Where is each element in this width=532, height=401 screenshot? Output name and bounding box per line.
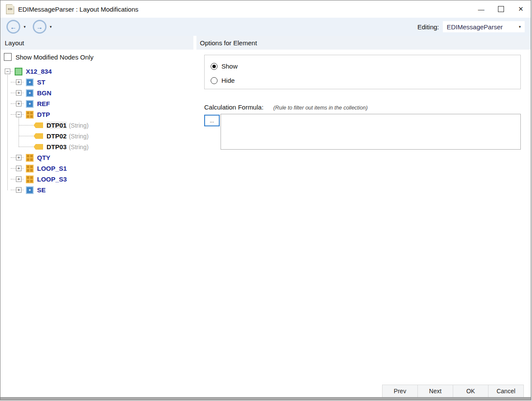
tree-node-se[interactable]: +✦SE bbox=[4, 185, 196, 195]
tree-dotted-connector bbox=[11, 93, 16, 93]
field-node-icon bbox=[34, 133, 43, 139]
maximize-button[interactable] bbox=[491, 0, 511, 18]
expand-icon[interactable]: + bbox=[16, 166, 22, 171]
radio-option-hide[interactable]: Hide bbox=[211, 73, 520, 88]
collapse-icon[interactable]: − bbox=[5, 69, 10, 74]
loop-grid-cell bbox=[30, 169, 33, 172]
toolbar: ← ▾ → ▾ Editing: EDIMessageParser ▾ bbox=[0, 18, 531, 36]
loop-grid-cell bbox=[30, 166, 33, 168]
show-modified-nodes-checkbox[interactable] bbox=[4, 53, 12, 61]
tree-dotted-connector bbox=[19, 136, 33, 136]
tree-node-st[interactable]: +✦ST bbox=[4, 77, 196, 88]
forward-button[interactable]: → bbox=[33, 20, 47, 34]
expand-icon[interactable]: + bbox=[16, 155, 22, 160]
loop-grid-cell bbox=[27, 155, 29, 157]
tree-node-bgn[interactable]: +✦BGN bbox=[4, 88, 196, 98]
close-icon: ✕ bbox=[518, 5, 524, 13]
tree-node-label: DTP01 bbox=[47, 122, 67, 129]
edi-document-icon: EDI bbox=[6, 4, 14, 14]
segment-node-icon: ✦ bbox=[26, 186, 34, 194]
editing-combobox-value: EDIMessageParser bbox=[447, 23, 503, 31]
loop-node-icon bbox=[26, 165, 34, 172]
tree-node-label: DTP bbox=[37, 111, 50, 118]
tree-node-label: BGN bbox=[37, 89, 51, 97]
layout-tree: −X12_834+✦ST+✦BGN+✦REF−DTPDTP01(String)D… bbox=[4, 66, 196, 195]
back-button[interactable]: ← bbox=[6, 20, 20, 34]
tree-dotted-connector bbox=[11, 190, 16, 190]
tree-dotted-connector bbox=[11, 157, 16, 158]
expand-icon[interactable]: + bbox=[16, 176, 22, 182]
loop-grid-cell bbox=[30, 180, 33, 182]
loop-grid-cell bbox=[30, 176, 33, 179]
loop-grid-cell bbox=[27, 166, 29, 168]
root-node-icon bbox=[15, 68, 22, 75]
panel-header-divider bbox=[193, 36, 196, 50]
close-button[interactable]: ✕ bbox=[511, 0, 531, 18]
tree-node-dtp02[interactable]: DTP02(String) bbox=[4, 131, 196, 141]
expand-icon[interactable]: + bbox=[16, 90, 22, 96]
window-bottom-edge bbox=[0, 397, 531, 400]
maximize-icon bbox=[498, 6, 504, 12]
tree-node-label: DTP02 bbox=[47, 132, 67, 140]
calculation-formula-note: (Rule to filter out items in the collect… bbox=[274, 105, 368, 111]
expand-icon[interactable]: + bbox=[16, 101, 22, 107]
next-button[interactable]: Next bbox=[417, 385, 453, 398]
cancel-button[interactable]: Cancel bbox=[488, 385, 524, 398]
field-node-icon bbox=[34, 122, 43, 128]
radio-option-show[interactable]: Show bbox=[211, 59, 520, 73]
tree-node-qty[interactable]: +QTY bbox=[4, 152, 196, 163]
loop-grid-cell bbox=[30, 112, 33, 114]
minimize-button[interactable]: — bbox=[471, 0, 491, 18]
tree-node-label: SE bbox=[37, 186, 46, 194]
tree-dotted-connector bbox=[22, 157, 24, 158]
tree-node-dtp03[interactable]: DTP03(String) bbox=[4, 141, 196, 152]
tree-node-loop_s1[interactable]: +LOOP_S1 bbox=[4, 163, 196, 174]
prev-button[interactable]: Prev bbox=[382, 385, 418, 398]
expand-icon[interactable]: + bbox=[16, 79, 22, 85]
formula-browse-button[interactable]: ... bbox=[204, 115, 220, 126]
tree-node-type: (String) bbox=[69, 144, 89, 150]
tree-node-type: (String) bbox=[69, 122, 89, 129]
tree-node-dtp[interactable]: −DTP bbox=[4, 109, 196, 120]
options-panel: ShowHide Calculation Formula: (Rule to f… bbox=[196, 50, 531, 382]
tree-dotted-connector bbox=[22, 114, 24, 115]
tree-node-dtp01[interactable]: DTP01(String) bbox=[4, 120, 196, 131]
tree-node-label: REF bbox=[37, 100, 50, 107]
segment-node-icon: ✦ bbox=[26, 89, 34, 97]
show-modified-nodes-row: Show Modified Nodes Only bbox=[4, 53, 196, 61]
tree-dotted-connector bbox=[22, 93, 24, 93]
formula-input[interactable] bbox=[221, 114, 521, 150]
back-arrow-icon: ← bbox=[10, 24, 17, 30]
title-bar: EDI EDIMessageParser : Layout Modificati… bbox=[0, 0, 531, 18]
tree-dotted-connector bbox=[22, 82, 24, 82]
tree-node-x12_834[interactable]: −X12_834 bbox=[4, 66, 196, 77]
editing-combobox[interactable]: EDIMessageParser ▾ bbox=[443, 21, 525, 32]
formula-area: ... bbox=[204, 114, 521, 150]
editing-group: Editing: EDIMessageParser ▾ bbox=[417, 21, 525, 32]
tree-dotted-connector bbox=[22, 190, 24, 190]
expand-icon[interactable]: + bbox=[16, 187, 22, 193]
tree-node-ref[interactable]: +✦REF bbox=[4, 98, 196, 109]
radio-dot bbox=[212, 65, 216, 68]
loop-grid-cell bbox=[27, 169, 29, 172]
forward-arrow-icon: → bbox=[36, 24, 43, 30]
tree-dotted-connector bbox=[22, 168, 24, 169]
loop-node-icon bbox=[26, 111, 34, 119]
field-node-icon bbox=[34, 144, 43, 150]
tree-dotted-connector bbox=[19, 147, 33, 147]
segment-node-icon: ✦ bbox=[26, 78, 34, 86]
tree-node-label: DTP03 bbox=[47, 143, 67, 150]
editing-label: Editing: bbox=[417, 23, 439, 31]
radio-hide-icon[interactable] bbox=[211, 77, 218, 84]
collapse-icon[interactable]: − bbox=[16, 112, 22, 117]
ok-button[interactable]: OK bbox=[453, 385, 488, 398]
loop-grid-cell bbox=[27, 176, 29, 179]
radio-show-icon[interactable] bbox=[211, 63, 218, 70]
tree-dotted-connector bbox=[10, 71, 12, 72]
forward-dropdown-caret[interactable]: ▾ bbox=[50, 25, 52, 29]
back-dropdown-caret[interactable]: ▾ bbox=[24, 25, 26, 29]
calculation-formula-label: Calculation Formula: bbox=[204, 103, 264, 111]
tree-node-loop_s3[interactable]: +LOOP_S3 bbox=[4, 174, 196, 185]
minimize-icon: — bbox=[478, 6, 485, 13]
tree-node-label: QTY bbox=[37, 154, 50, 161]
